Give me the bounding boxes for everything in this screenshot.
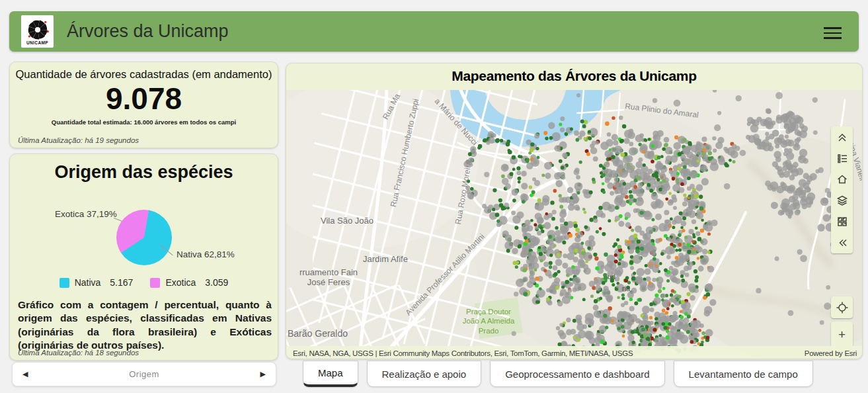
home-icon[interactable] — [831, 169, 853, 190]
tab-geoprocessamento-e-dashboard[interactable]: Geoprocessamento e dashboard — [490, 361, 664, 387]
bottom-tabs: Mapa Realização e apoio Geoprocessamento… — [303, 361, 813, 387]
pager-label: Origem — [129, 369, 159, 379]
legend-item-nativa[interactable]: Nativa 5.167 — [59, 277, 134, 288]
unicamp-logo: UNICAMP — [21, 15, 54, 48]
attribution-sources: Esri, NASA, NGA, USGS | Esri Community M… — [293, 349, 633, 357]
legend-name: Exotica — [165, 277, 196, 288]
basemap-gallery-icon[interactable] — [831, 211, 853, 232]
stats-subtitle: Quantidade total estimada: 16.000 árvore… — [10, 118, 278, 126]
map-attribution: Esri, NASA, NGA, USGS | Esri Community M… — [286, 346, 863, 359]
locate-icon[interactable] — [831, 296, 853, 318]
legend-swatch-exotica — [150, 278, 160, 288]
legend-value: 3.059 — [205, 277, 228, 288]
pie-panel: Origem das espécies Exotica 37,19% Nativ… — [9, 153, 278, 361]
powered-by-esri: Powered by Esri — [805, 349, 857, 357]
pager-next-button[interactable]: ▶ — [260, 370, 266, 378]
collapse-up-icon[interactable] — [831, 126, 853, 148]
legend-swatch-nativa — [59, 278, 69, 288]
app-title: Árvores da Unicamp — [67, 21, 229, 42]
pie-callout-exotica: Exotica 37,19% — [55, 209, 117, 219]
zoom-in-button[interactable]: + — [831, 322, 853, 347]
panel-pager: ◀ Origem ▶ — [12, 362, 276, 386]
pager-prev-button[interactable]: ◀ — [22, 370, 28, 378]
stats-panel: Quantidade de árvores cadastradas (em an… — [9, 62, 278, 148]
legend-item-exotica[interactable]: Exotica 3.059 — [150, 277, 228, 288]
tab-realizacao-e-apoio[interactable]: Realização e apoio — [367, 361, 482, 387]
legend-icon[interactable] — [831, 148, 853, 169]
map-title: Mapeamento das Árvores da Unicamp — [286, 64, 862, 90]
header-bar: UNICAMP Árvores da Unicamp — [9, 11, 859, 52]
pie-legend: Nativa 5.167 Exotica 3.059 — [10, 277, 278, 288]
basemap-svg — [286, 90, 863, 359]
pie-chart[interactable] — [116, 210, 172, 265]
collapse-left-icon[interactable] — [831, 232, 853, 253]
dashboard: UNICAMP Árvores da Unicamp Quantidade de… — [0, 0, 868, 393]
pie-description: Gráfico com a contagem / percentual, qua… — [18, 298, 272, 353]
tab-levantamento-de-campo[interactable]: Levantamento de campo — [674, 361, 813, 387]
stats-value: 9.078 — [10, 82, 278, 116]
pie-last-update: Última Atualização: há 18 segundos — [18, 349, 139, 357]
map-canvas[interactable]: Rua Ma Rua Francisco Humberto Zuppi a Má… — [286, 90, 863, 359]
logo-wordmark: UNICAMP — [26, 40, 48, 45]
unicamp-emblem-icon — [26, 18, 50, 42]
map-panel: Mapeamento das Árvores da Unicamp — [286, 63, 863, 359]
legend-value: 5.167 — [110, 277, 133, 288]
stats-title: Quantidade de árvores cadastradas (em an… — [10, 68, 278, 81]
layers-icon[interactable] — [831, 190, 853, 211]
stats-last-update: Última Atualização: há 19 segundos — [18, 136, 139, 144]
pie-callout-nativa: Nativa 62,81% — [177, 249, 235, 259]
hamburger-menu-icon[interactable] — [824, 24, 842, 42]
tab-mapa[interactable]: Mapa — [303, 361, 358, 387]
map-toolbar — [831, 126, 853, 253]
legend-name: Nativa — [75, 277, 101, 288]
